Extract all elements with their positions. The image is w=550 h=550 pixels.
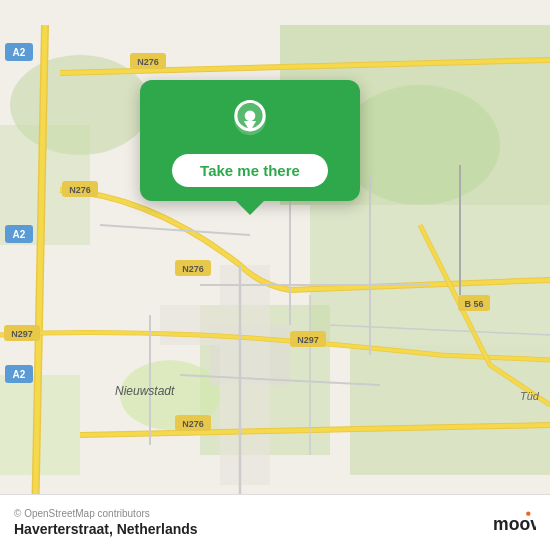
moovit-logo-icon: moovit <box>492 509 536 537</box>
map-container: A2 A2 A2 N276 N276 N276 N276 N297 N297 B… <box>0 0 550 550</box>
svg-point-53 <box>526 511 530 515</box>
svg-rect-5 <box>350 345 550 475</box>
svg-rect-11 <box>220 265 270 485</box>
svg-text:N297: N297 <box>297 335 319 345</box>
svg-text:A2: A2 <box>13 369 26 380</box>
svg-rect-1 <box>310 205 550 345</box>
take-me-there-button[interactable]: Take me there <box>172 154 328 187</box>
svg-text:A2: A2 <box>13 229 26 240</box>
location-pin-icon <box>227 98 273 144</box>
svg-text:Nieuwstadt: Nieuwstadt <box>115 384 175 398</box>
popup-card: Take me there <box>140 80 360 201</box>
svg-text:N297: N297 <box>11 329 33 339</box>
svg-text:N276: N276 <box>182 264 204 274</box>
svg-text:A2: A2 <box>13 47 26 58</box>
svg-text:B 56: B 56 <box>464 299 483 309</box>
svg-text:N276: N276 <box>137 57 159 67</box>
svg-text:N276: N276 <box>69 185 91 195</box>
svg-text:N276: N276 <box>182 419 204 429</box>
bottom-info: © OpenStreetMap contributors Haverterstr… <box>14 508 198 537</box>
svg-point-50 <box>245 110 256 121</box>
copyright-text: © OpenStreetMap contributors <box>14 508 198 519</box>
svg-line-20 <box>100 225 250 235</box>
svg-text:moovit: moovit <box>493 514 536 534</box>
svg-point-6 <box>340 85 500 205</box>
svg-rect-10 <box>160 305 220 345</box>
svg-text:Tüd: Tüd <box>520 390 540 402</box>
location-name: Haverterstraat, Netherlands <box>14 521 198 537</box>
moovit-logo: moovit <box>492 509 536 537</box>
bottom-bar: © OpenStreetMap contributors Haverterstr… <box>0 494 550 550</box>
